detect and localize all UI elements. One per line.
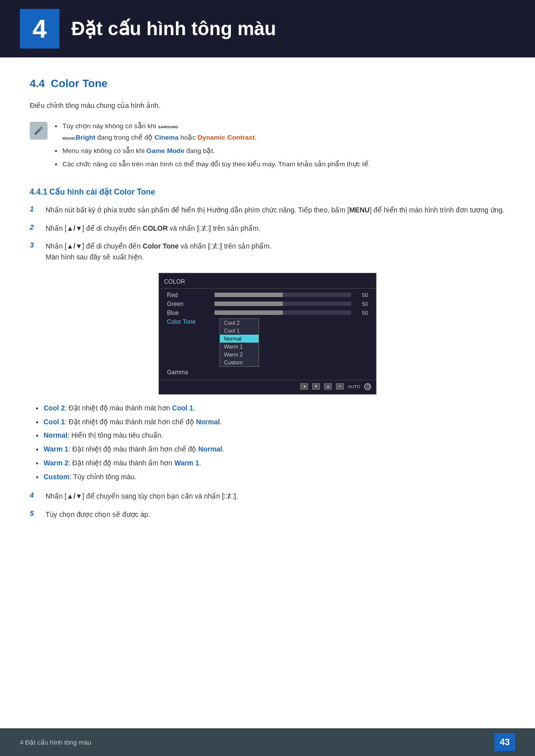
bullet-cool1: Cool 1: Đặt nhiệt độ màu thành mát hơn c… — [44, 416, 505, 428]
subsection-heading: 4.4.1 Cấu hình cài đặt Color Tone — [30, 187, 505, 197]
chapter-number: 4 — [20, 9, 59, 49]
nav-auto-label: AUTO — [348, 384, 360, 389]
step-text-1: Nhấn nút bất kỳ ở phía trước sản phẩm để… — [46, 204, 504, 215]
color-tone-submenu: Cool 2 Cool 1 Normal Warm 1 Warm 2 Custo… — [219, 318, 259, 367]
steps-list: 1 Nhấn nút bất kỳ ở phía trước sản phẩm … — [30, 204, 505, 263]
step-number-4: 4 — [30, 491, 39, 499]
nav-btn-left[interactable]: ◄ — [300, 383, 308, 390]
menu-entry-gamma: Gamma — [159, 368, 376, 377]
menu-label-green: Green — [167, 301, 212, 307]
submenu-custom[interactable]: Custom — [220, 358, 259, 366]
nav-btn-enter[interactable]: ↵ — [336, 383, 344, 390]
subsection-title: Cấu hình cài đặt Color Tone — [50, 188, 155, 196]
step-number-5: 5 — [30, 509, 39, 517]
footer-chapter-label: 4 Đặt cấu hình tông màu — [20, 739, 91, 746]
step-text-2: Nhấn [▲/▼] để di chuyển đến COLOR và nhấ… — [46, 223, 261, 234]
menu-entry-red: Red 50 — [159, 291, 376, 300]
menu-entry-blue: Blue 50 — [159, 308, 376, 317]
menu-val-red: 50 — [354, 292, 368, 298]
bar-fill-green — [214, 302, 283, 306]
step-text-5: Tùy chọn được chọn sẽ được áp. — [46, 509, 150, 520]
step-text-3: Nhấn [▲/▼] để di chuyển đến Color Tone v… — [46, 241, 271, 263]
note-list: Tùy chọn này không có sẵn khi SAMSUNGMAG… — [54, 121, 371, 172]
submenu-warm2[interactable]: Warm 2 — [220, 351, 259, 358]
menu-bar-blue — [214, 310, 351, 315]
bar-fill-red — [214, 293, 283, 297]
menu-entry-green: Green 50 — [159, 300, 376, 308]
nav-btn-up[interactable]: ▲ — [324, 383, 332, 390]
monitor-screenshot-wrapper: COLOR Red 50 Green 50 Blue — [30, 273, 505, 395]
menu-label-color-tone: Color Tone — [167, 318, 212, 325]
bullet-custom: Custom: Tùy chỉnh tông màu. — [44, 471, 505, 483]
section-number: 4.4 — [30, 77, 45, 90]
note-item-1: Tùy chọn này không có sẵn khi SAMSUNGMAG… — [62, 121, 371, 144]
note-item-2: Menu này không có sẵn khi Game Mode đang… — [62, 146, 371, 157]
submenu-cool2[interactable]: Cool 2 — [220, 319, 259, 327]
nav-power-btn[interactable]: ⏻ — [364, 383, 371, 390]
menu-label-red: Red — [167, 292, 212, 299]
bar-fill-blue — [214, 310, 283, 315]
menu-bar-green — [214, 302, 351, 306]
main-content: 4.4 Color Tone Điều chỉnh tông màu chung… — [0, 57, 535, 566]
bullet-warm2: Warm 2: Đặt nhiệt độ màu thành ấm hơn Wa… — [44, 457, 505, 469]
step-number-3: 3 — [30, 241, 39, 249]
monitor-menu-header: COLOR — [159, 278, 376, 289]
pencil-icon — [33, 125, 44, 136]
bullet-cool2: Cool 2: Đặt nhiệt độ màu thành mát hơn C… — [44, 403, 505, 414]
note-box: Tùy chọn này không có sẵn khi SAMSUNGMAG… — [30, 121, 505, 172]
step-2: 2 Nhấn [▲/▼] để di chuyển đến COLOR và n… — [30, 223, 505, 234]
menu-val-blue: 50 — [354, 310, 368, 316]
bullet-warm1: Warm 1: Đặt nhiệt độ màu thành ấm hơn ch… — [44, 444, 505, 455]
step-number-2: 2 — [30, 223, 39, 231]
menu-entry-color-tone: Color Tone Cool 2 Cool 1 Normal Warm 1 W… — [159, 317, 376, 368]
note-item-3: Các chức năng có sẵn trên màn hình có th… — [62, 159, 371, 170]
note-icon — [30, 122, 48, 140]
monitor-screenshot: COLOR Red 50 Green 50 Blue — [159, 273, 376, 395]
section-description: Điều chỉnh tông màu chung của hình ảnh. — [30, 100, 505, 111]
menu-label-gamma: Gamma — [167, 369, 212, 376]
submenu-cool1[interactable]: Cool 1 — [220, 327, 259, 335]
bullet-normal: Normal: Hiển thị tông màu tiêu chuẩn. — [44, 430, 505, 442]
section-heading: 4.4 Color Tone — [30, 77, 505, 90]
menu-bar-red — [214, 293, 351, 297]
monitor-bottom-nav: ◄ ▼ ▲ ↵ AUTO ⏻ — [159, 380, 376, 391]
footer-page-number: 43 — [494, 733, 515, 751]
step-5: 5 Tùy chọn được chọn sẽ được áp. — [30, 509, 505, 520]
nav-btn-down[interactable]: ▼ — [312, 383, 320, 390]
color-tone-bullet-list: Cool 2: Đặt nhiệt độ màu thành mát hơn C… — [30, 403, 505, 483]
page-footer: 4 Đặt cấu hình tông màu 43 — [0, 728, 535, 756]
menu-val-green: 50 — [354, 301, 368, 307]
step-number-1: 1 — [30, 204, 39, 213]
step-text-4: Nhấn [▲/▼] để chuyển sang tùy chọn bạn c… — [46, 491, 238, 502]
submenu-normal[interactable]: Normal — [220, 335, 259, 343]
chapter-header: 4 Đặt cấu hình tông màu — [0, 0, 535, 57]
chapter-title: Đặt cấu hình tông màu — [71, 18, 276, 40]
submenu-warm1[interactable]: Warm 1 — [220, 343, 259, 351]
subsection-number: 4.4.1 — [30, 188, 48, 196]
step-1: 1 Nhấn nút bất kỳ ở phía trước sản phẩm … — [30, 204, 505, 215]
step-4: 4 Nhấn [▲/▼] để chuyển sang tùy chọn bạn… — [30, 491, 505, 502]
step-3: 3 Nhấn [▲/▼] để di chuyển đến Color Tone… — [30, 241, 505, 263]
menu-label-blue: Blue — [167, 309, 212, 316]
section-title: Color Tone — [51, 77, 107, 90]
